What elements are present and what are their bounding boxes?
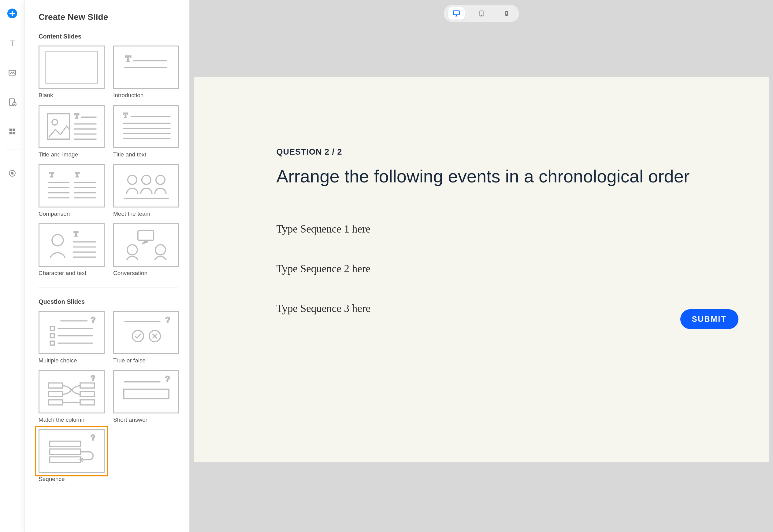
slide-canvas[interactable]: QUESTION 2 / 2 Arrange the following eve… (194, 77, 769, 462)
svg-point-63 (132, 331, 143, 342)
svg-rect-3 (9, 70, 15, 75)
svg-point-11 (11, 172, 13, 175)
sequence-item-2[interactable]: Type Sequence 2 here (277, 263, 723, 275)
tile-label: Conversation (113, 270, 179, 277)
content-tiles-grid: Blank T Introduction (39, 46, 178, 277)
tile-label: Title and image (39, 151, 105, 158)
tile-conversation[interactable]: Conversation (113, 223, 179, 277)
tile-label: Introduction (113, 92, 179, 99)
svg-rect-70 (49, 400, 63, 405)
svg-rect-77 (50, 449, 80, 455)
add-slide-icon[interactable] (6, 7, 18, 20)
device-mobile-button[interactable] (498, 7, 515, 20)
tile-character-and-text[interactable]: T Character and text (39, 223, 105, 277)
tile-title-and-text[interactable]: T Title and text (113, 105, 179, 158)
svg-rect-50 (138, 231, 153, 240)
tile-label: Sequence (39, 476, 105, 482)
svg-text:T: T (75, 171, 79, 178)
svg-point-17 (52, 119, 57, 125)
svg-rect-78 (50, 457, 80, 462)
tile-blank[interactable]: Blank (39, 46, 105, 99)
svg-rect-8 (9, 132, 12, 134)
tile-sequence[interactable]: ? Sequence (39, 429, 105, 482)
create-slide-panel: Create New Slide Content Slides Blank T (24, 0, 189, 532)
tile-label: Title and text (113, 151, 179, 158)
tile-true-or-false[interactable]: ? True or false (113, 311, 179, 364)
tile-label: Meet the team (113, 211, 179, 217)
tile-short-answer[interactable]: ? Short answer (113, 370, 179, 423)
svg-rect-67 (80, 383, 94, 388)
tile-label: Match the column (39, 416, 105, 423)
svg-text:T: T (50, 171, 54, 178)
svg-rect-59 (50, 341, 54, 345)
quiz-tool-icon[interactable] (7, 97, 18, 108)
sequence-item-1[interactable]: Type Sequence 1 here (277, 223, 723, 235)
section-question-title: Question Slides (39, 298, 178, 305)
svg-point-52 (155, 245, 165, 255)
svg-point-40 (127, 175, 136, 184)
svg-text:?: ? (91, 374, 95, 382)
svg-text:T: T (125, 54, 131, 64)
svg-rect-68 (49, 391, 63, 397)
svg-rect-79 (453, 11, 459, 15)
svg-rect-55 (50, 327, 54, 331)
panel-title: Create New Slide (39, 12, 178, 22)
svg-point-51 (127, 245, 137, 255)
rail-separator (5, 149, 20, 149)
svg-rect-9 (13, 132, 15, 134)
svg-rect-66 (49, 383, 63, 388)
question-title[interactable]: Arrange the following events in a chrono… (277, 166, 723, 186)
tile-label: True or false (113, 357, 179, 364)
tile-multiple-choice[interactable]: ? Multiple choice (39, 311, 105, 364)
svg-point-42 (156, 175, 164, 184)
svg-rect-7 (13, 129, 15, 131)
svg-point-83 (506, 15, 506, 15)
tile-label: Multiple choice (39, 357, 105, 364)
device-tablet-button[interactable] (473, 7, 490, 20)
svg-rect-71 (80, 400, 94, 405)
svg-text:T: T (74, 230, 78, 238)
svg-point-41 (142, 175, 150, 184)
svg-text:?: ? (91, 316, 95, 324)
svg-rect-57 (50, 334, 54, 338)
tile-comparison[interactable]: T T Comparison (39, 164, 105, 217)
canvas-area: QUESTION 2 / 2 Arrange the following eve… (189, 0, 773, 532)
tool-rail (0, 0, 24, 532)
tile-label: Comparison (39, 211, 105, 217)
svg-text:T: T (74, 112, 79, 120)
svg-text:?: ? (91, 433, 95, 442)
svg-text:?: ? (165, 316, 170, 324)
section-content-title: Content Slides (39, 33, 178, 40)
app-root: Create New Slide Content Slides Blank T (0, 0, 773, 532)
tile-title-and-image[interactable]: T Title and image (39, 105, 105, 158)
svg-rect-6 (9, 129, 12, 131)
tile-label: Short answer (113, 416, 179, 423)
tile-introduction[interactable]: T Introduction (113, 46, 179, 99)
device-preview-bar (444, 5, 519, 22)
tile-label: Character and text (39, 270, 105, 277)
tile-meet-the-team[interactable]: Meet the team (113, 164, 179, 217)
components-tool-icon[interactable] (7, 126, 18, 137)
record-tool-icon[interactable] (7, 168, 18, 179)
device-desktop-button[interactable] (448, 7, 465, 20)
text-tool-icon[interactable] (7, 38, 18, 49)
question-tiles-grid: ? Multiple choice ? (39, 311, 178, 482)
svg-text:?: ? (165, 375, 169, 383)
svg-rect-76 (50, 441, 80, 447)
svg-point-81 (481, 15, 481, 15)
panel-divider (39, 288, 178, 288)
svg-point-44 (52, 235, 63, 246)
svg-rect-69 (80, 391, 94, 397)
svg-rect-74 (123, 389, 168, 399)
question-counter[interactable]: QUESTION 2 / 2 (277, 147, 723, 157)
sequence-item-3[interactable]: Type Sequence 3 here (277, 303, 723, 315)
svg-rect-12 (46, 51, 97, 83)
tile-label: Blank (39, 92, 105, 99)
submit-button[interactable]: SUBMIT (680, 309, 738, 329)
media-tool-icon[interactable] (7, 67, 18, 78)
svg-text:T: T (123, 111, 128, 119)
tile-match-the-column[interactable]: ? Match the column (39, 370, 105, 423)
svg-rect-2 (9, 13, 15, 14)
